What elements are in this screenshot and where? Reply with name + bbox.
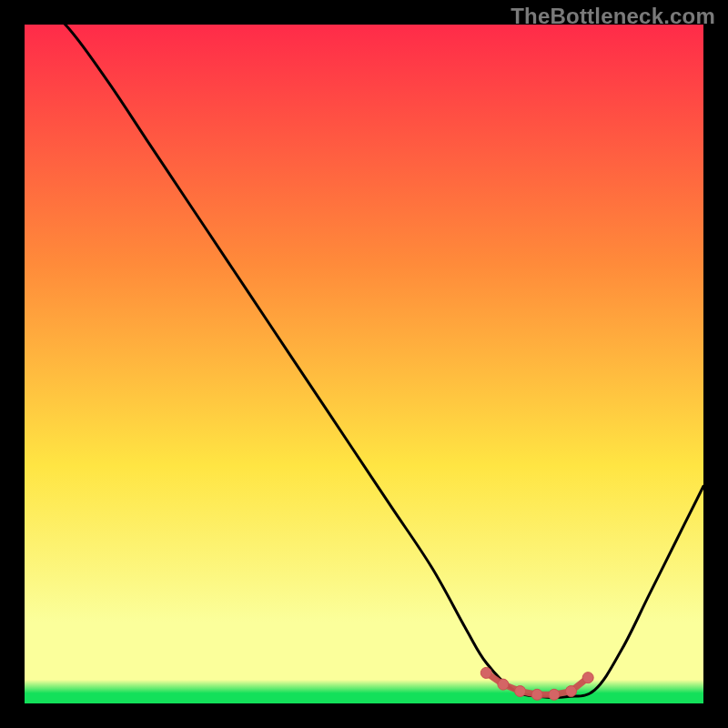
optimal-range-marker: [498, 679, 509, 690]
optimal-range-marker: [531, 689, 542, 700]
optimal-range-marker: [566, 686, 577, 697]
chart-svg: [25, 25, 703, 703]
chart-frame: TheBottleneck.com: [0, 0, 728, 728]
plot-area: [25, 25, 703, 703]
optimal-range-marker: [582, 672, 593, 683]
optimal-range-marker: [480, 667, 491, 678]
optimal-range-marker: [515, 686, 526, 697]
optimal-range-marker: [549, 689, 560, 700]
gradient-background: [25, 25, 703, 703]
